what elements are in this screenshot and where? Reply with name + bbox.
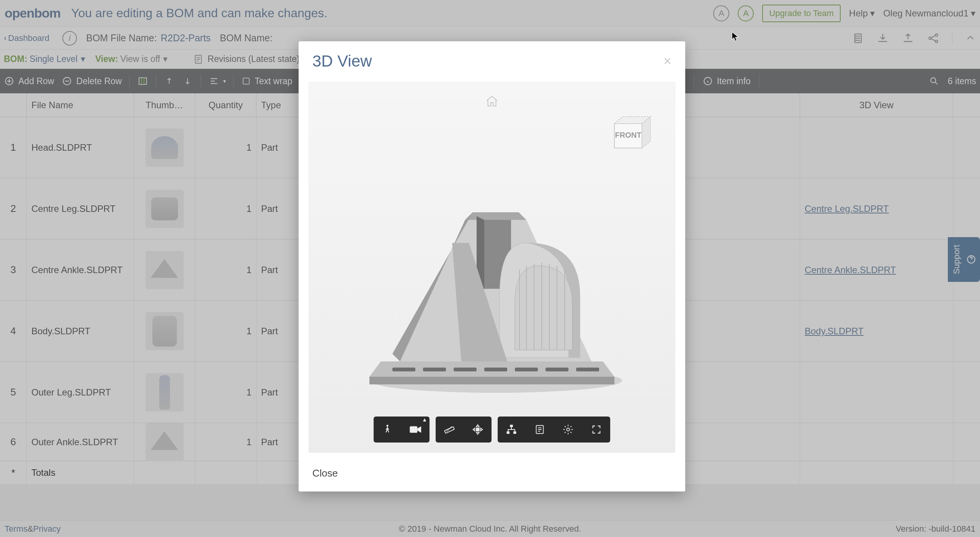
properties-icon[interactable] [531,420,549,439]
walk-icon[interactable] [378,420,397,439]
viewer-group-1: ▲ [374,417,430,443]
3d-view-modal: 3D View × FRONT [299,41,685,491]
tree-icon[interactable] [502,420,521,439]
3d-viewer-canvas[interactable]: FRONT [309,82,675,453]
settings-icon[interactable] [559,420,577,439]
svg-rect-21 [484,368,507,371]
svg-marker-26 [465,212,526,220]
svg-rect-22 [515,368,538,371]
home-icon[interactable] [485,94,499,108]
svg-rect-41 [476,428,479,431]
svg-rect-18 [392,368,415,371]
svg-rect-39 [410,426,417,433]
viewer-group-3 [498,417,610,443]
svg-marker-17 [369,377,614,384]
svg-rect-24 [576,368,599,371]
camera-icon[interactable]: ▲ [407,420,425,439]
svg-rect-23 [546,368,568,371]
modal-title: 3D View [312,52,372,70]
svg-rect-42 [510,425,513,427]
viewer-group-2 [436,417,492,443]
svg-rect-43 [507,431,510,434]
3d-model[interactable] [346,197,637,396]
orientation-face-label: FRONT [615,131,642,139]
svg-rect-20 [454,368,477,371]
viewer-toolbar: ▲ [374,417,610,443]
measure-icon[interactable] [440,420,459,439]
svg-rect-44 [513,431,516,434]
orientation-cube[interactable]: FRONT [608,113,650,151]
close-icon[interactable]: × [663,53,671,69]
fullscreen-icon[interactable] [587,420,606,439]
svg-rect-40 [444,427,454,433]
svg-point-46 [567,428,570,431]
mouse-cursor-icon [731,31,740,42]
explode-icon[interactable] [469,420,487,439]
svg-point-38 [387,425,389,427]
close-button[interactable]: Close [312,467,338,479]
svg-rect-19 [423,368,446,371]
